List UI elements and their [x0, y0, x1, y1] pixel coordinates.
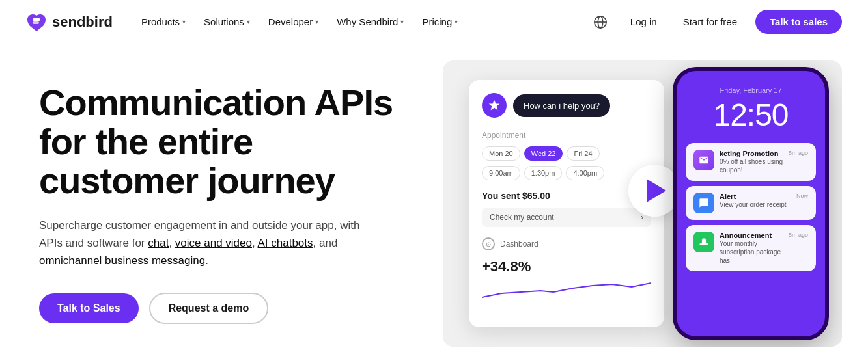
notif-announce-body: Your monthly subscription package has — [720, 239, 783, 265]
chat-link[interactable]: chat — [148, 237, 169, 249]
notif-marketing-title: keting Promotion — [720, 150, 783, 157]
chevron-down-icon: ▾ — [455, 18, 458, 25]
nav-item-pricing[interactable]: Pricing ▾ — [414, 11, 466, 33]
hero-buttons: Talk to Sales Request a demo — [39, 293, 417, 324]
chevron-down-icon: ▾ — [182, 18, 186, 25]
phone-mockup: Friday, February 17 12:50 keting Promo — [673, 67, 829, 340]
nav-item-developer[interactable]: Developer ▾ — [260, 11, 326, 33]
check-account-button[interactable]: Check my account › — [482, 208, 651, 227]
navbar: sendbird Products ▾ Solutions ▾ Develope… — [0, 0, 868, 44]
date-chip-0[interactable]: Mon 20 — [482, 146, 520, 161]
talk-to-sales-nav-button[interactable]: Talk to sales — [755, 10, 842, 34]
hero-section: Communication APIs for the entire custom… — [0, 44, 868, 363]
nav-right: Log in Start for free Talk to sales — [589, 10, 842, 34]
login-button[interactable]: Log in — [623, 11, 665, 33]
notification-card-marketing: keting Promotion 0% off all shoes using … — [686, 143, 816, 181]
voice-video-link[interactable]: voice and video — [175, 237, 252, 249]
chevron-down-icon: ▾ — [315, 18, 318, 25]
notif-marketing-body: 0% off all shoes using coupon! — [720, 157, 783, 174]
stat-value: +34.8% — [482, 258, 651, 275]
globe-icon — [593, 15, 608, 29]
notif-alert-time: Now — [796, 193, 808, 199]
hero-subtitle: Supercharge customer engagement in and o… — [39, 217, 378, 270]
marketing-app-icon — [693, 150, 714, 170]
time-chip-2[interactable]: 4:00pm — [566, 166, 604, 180]
talk-to-sales-hero-button[interactable]: Talk to Sales — [39, 293, 139, 323]
nav-item-products[interactable]: Products ▾ — [133, 11, 193, 33]
chevron-down-icon: ▾ — [247, 18, 250, 25]
language-selector-button[interactable] — [589, 10, 612, 34]
time-chip-0[interactable]: 9:00am — [482, 166, 520, 180]
phone-date: Friday, February 17 — [686, 87, 816, 94]
play-icon — [647, 179, 666, 202]
illustration-container: How can i help you? Appointment Mon 20 W… — [443, 60, 842, 347]
date-chip-1[interactable]: Wed 22 — [524, 146, 563, 161]
payment-text: You sent $65.00 — [482, 191, 651, 201]
request-demo-button[interactable]: Request a demo — [149, 293, 269, 324]
dashboard-icon: ⊙ — [482, 237, 495, 250]
nav-item-why-sendbird[interactable]: Why Sendbird ▾ — [329, 11, 412, 33]
chatbot-icon — [482, 93, 507, 118]
date-chips-row: Mon 20 Wed 22 Fri 24 — [482, 146, 651, 161]
logo[interactable]: sendbird — [26, 13, 113, 31]
nav-left: sendbird Products ▾ Solutions ▾ Develope… — [26, 11, 466, 33]
notif-alert-body: View your order receipt — [720, 200, 791, 209]
hero-title: Communication APIs for the entire custom… — [39, 83, 417, 201]
notif-marketing-time: 5m ago — [789, 150, 808, 156]
alert-app-icon — [693, 193, 714, 213]
notif-announce-title: Announcement — [720, 232, 783, 239]
phone-time: 12:50 — [686, 97, 816, 133]
dashboard-row: ⊙ Dashboard — [482, 237, 651, 250]
chevron-down-icon: ▾ — [400, 18, 404, 25]
nav-item-solutions[interactable]: Solutions ▾ — [196, 11, 258, 33]
nav-links: Products ▾ Solutions ▾ Developer ▾ Why S… — [133, 11, 466, 33]
notification-card-alert: Alert View your order receipt Now — [686, 186, 816, 220]
phone-screen: Friday, February 17 12:50 keting Promo — [677, 71, 825, 336]
omnichannel-link[interactable]: omnichannel business messaging — [39, 254, 205, 267]
time-chip-1[interactable]: 1:30pm — [524, 166, 563, 180]
chatbot-message-bubble: How can i help you? — [513, 94, 610, 117]
date-chip-2[interactable]: Fri 24 — [567, 146, 599, 161]
time-chips-row: 9:00am 1:30pm 4:00pm — [482, 166, 651, 180]
sparkline-chart — [482, 279, 651, 299]
appointment-label: Appointment — [482, 131, 651, 140]
hero-content: Communication APIs for the entire custom… — [39, 44, 417, 363]
announce-app-icon — [693, 232, 714, 252]
notification-cards: keting Promotion 0% off all shoes using … — [686, 143, 816, 271]
notification-card-announcement: Announcement Your monthly subscription p… — [686, 225, 816, 271]
start-free-button[interactable]: Start for free — [675, 11, 745, 33]
chatbot-header: How can i help you? — [482, 93, 651, 118]
dashboard-label: Dashboard — [500, 239, 539, 249]
logo-label: sendbird — [52, 14, 113, 31]
notif-alert-title: Alert — [720, 193, 791, 200]
notif-announce-time: 5m ago — [789, 232, 808, 238]
hero-illustration: How can i help you? Appointment Mon 20 W… — [443, 44, 842, 363]
ai-chatbots-link[interactable]: AI chatbots — [258, 237, 313, 249]
